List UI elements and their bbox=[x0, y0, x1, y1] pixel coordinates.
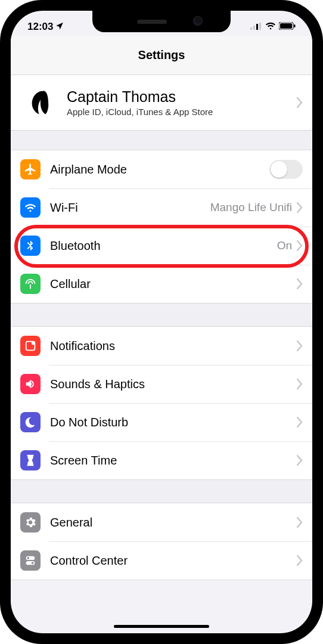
row-value: On bbox=[277, 239, 292, 252]
chevron-right-icon bbox=[297, 202, 303, 213]
row-label: Airplane Mode bbox=[50, 163, 269, 177]
svg-point-12 bbox=[32, 562, 34, 564]
row-value: Mango Life Unifi bbox=[210, 201, 292, 214]
row-label: Notifications bbox=[50, 339, 297, 353]
chevron-right-icon bbox=[297, 240, 303, 251]
row-do-not-disturb[interactable]: Do Not Disturb bbox=[11, 403, 312, 441]
row-label: Do Not Disturb bbox=[50, 416, 297, 429]
hourglass-icon bbox=[20, 450, 41, 470]
group-system: General Control Center bbox=[11, 503, 312, 580]
row-screen-time[interactable]: Screen Time bbox=[11, 441, 312, 479]
row-bluetooth[interactable]: Bluetooth On bbox=[11, 227, 312, 265]
profile-subtitle: Apple ID, iCloud, iTunes & App Store bbox=[67, 107, 297, 117]
wifi-icon bbox=[20, 197, 41, 218]
control-center-icon bbox=[20, 550, 41, 571]
page-title: Settings bbox=[138, 48, 185, 62]
row-sounds[interactable]: Sounds & Haptics bbox=[11, 365, 312, 403]
chevron-right-icon bbox=[297, 517, 303, 528]
chevron-right-icon bbox=[297, 379, 303, 389]
gear-icon bbox=[20, 512, 41, 532]
avatar bbox=[20, 84, 57, 121]
cellular-signal-icon bbox=[250, 21, 262, 33]
chevron-right-icon bbox=[297, 340, 303, 351]
home-indicator[interactable] bbox=[114, 625, 209, 628]
row-label: Bluetooth bbox=[50, 239, 277, 253]
svg-rect-1 bbox=[253, 26, 255, 30]
row-cellular[interactable]: Cellular bbox=[11, 265, 312, 303]
notch bbox=[92, 11, 231, 32]
section-gap bbox=[11, 304, 312, 326]
row-label: Control Center bbox=[50, 554, 297, 568]
row-label: Sounds & Haptics bbox=[50, 377, 297, 391]
status-time: 12:03 bbox=[27, 21, 53, 33]
svg-rect-2 bbox=[256, 24, 258, 30]
moon-icon bbox=[20, 412, 41, 432]
row-label: Wi-Fi bbox=[50, 201, 210, 215]
section-gap bbox=[11, 480, 312, 503]
row-notifications[interactable]: Notifications bbox=[11, 327, 312, 365]
chevron-right-icon bbox=[297, 97, 303, 108]
notifications-icon bbox=[20, 336, 41, 356]
profile-name: Captain Thomas bbox=[67, 88, 297, 106]
chevron-right-icon bbox=[297, 555, 303, 566]
nav-bar: Settings bbox=[11, 36, 312, 75]
wifi-icon bbox=[265, 21, 276, 33]
group-connectivity: Airplane Mode Wi-Fi Mango Life Unifi Blu bbox=[11, 150, 312, 304]
chevron-right-icon bbox=[297, 417, 303, 428]
row-wifi[interactable]: Wi-Fi Mango Life Unifi bbox=[11, 188, 312, 227]
row-apple-id[interactable]: Captain Thomas Apple ID, iCloud, iTunes … bbox=[11, 75, 312, 130]
row-label: General bbox=[50, 516, 297, 530]
group-profile: Captain Thomas Apple ID, iCloud, iTunes … bbox=[11, 75, 312, 131]
section-gap bbox=[11, 131, 312, 150]
group-alerts: Notifications Sounds & Haptics Do Not Di… bbox=[11, 326, 312, 480]
row-label: Screen Time bbox=[50, 454, 297, 467]
cellular-icon bbox=[20, 274, 41, 294]
screen: 12:03 bbox=[11, 11, 312, 633]
chevron-right-icon bbox=[297, 278, 303, 289]
chevron-right-icon bbox=[297, 455, 303, 466]
airplane-icon bbox=[20, 159, 41, 179]
row-general[interactable]: General bbox=[11, 503, 312, 541]
iphone-frame: 12:03 bbox=[0, 0, 323, 644]
svg-point-8 bbox=[32, 342, 35, 345]
location-arrow-icon bbox=[55, 21, 64, 33]
row-control-center[interactable]: Control Center bbox=[11, 541, 312, 580]
svg-rect-6 bbox=[294, 24, 296, 27]
airplane-toggle[interactable] bbox=[269, 160, 303, 179]
bluetooth-icon bbox=[20, 236, 41, 256]
battery-icon bbox=[279, 21, 296, 33]
row-label: Cellular bbox=[50, 277, 297, 291]
sounds-icon bbox=[20, 374, 41, 394]
svg-rect-5 bbox=[280, 23, 292, 29]
settings-scroll[interactable]: Captain Thomas Apple ID, iCloud, iTunes … bbox=[11, 75, 312, 633]
svg-point-10 bbox=[27, 557, 30, 559]
svg-rect-3 bbox=[259, 23, 261, 30]
row-airplane-mode[interactable]: Airplane Mode bbox=[11, 150, 312, 188]
svg-rect-0 bbox=[250, 27, 252, 30]
